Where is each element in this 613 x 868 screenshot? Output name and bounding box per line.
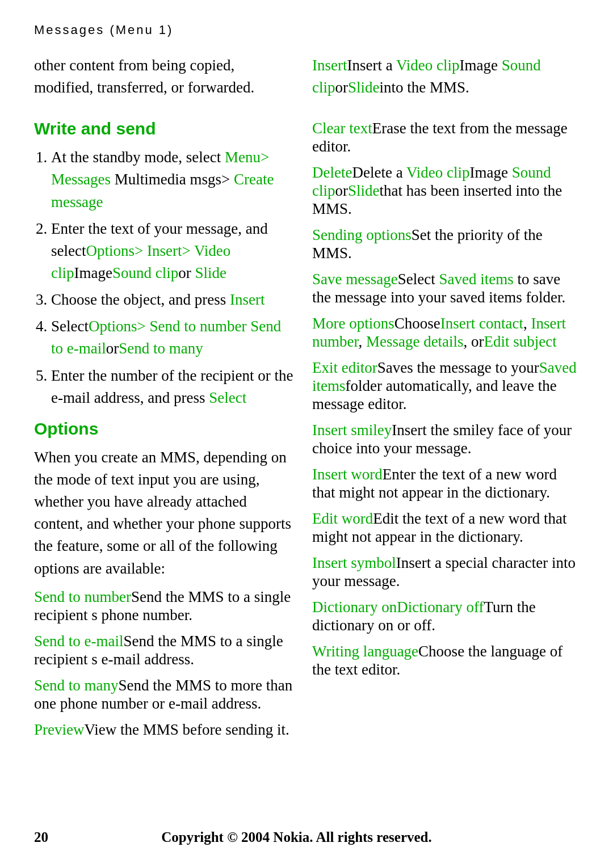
slide-label: Slide [348,79,380,96]
option-insert-word: Insert wordEnter the text of a new word … [312,465,579,502]
page: Messages (Menu 1) other content from bei… [0,0,613,868]
option-edit-word: Edit wordEdit the text of a new word tha… [312,509,579,546]
options-section: Options When you create an MMS, dependin… [34,419,295,739]
intro-left: other content from being copied, modifie… [34,54,295,99]
option-delete: DeleteDelete a Video clipImage Sound cli… [312,163,579,218]
option-send-to-number: Send to numberSend the MMS to a single r… [34,588,295,624]
slide2-label: Slide [195,264,226,281]
page-footer: 20 Copyright © 2004 Nokia. All rights re… [0,829,613,845]
steps-list: At the standby mode, select Menu> Messag… [51,146,295,409]
step-2: Enter the text of your message, and sele… [51,218,295,284]
sound-clip2-label: Sound clip [112,264,178,281]
option-more-options: More optionsChooseInsert contact, Insert… [312,314,579,351]
send-to-number-label: Send to number [149,318,246,335]
option-clear-text: Clear textErase the text from the messag… [312,119,579,155]
select-label: Select [209,389,246,406]
options2-label: Options> [89,318,150,335]
write-send-section: Write and send At the standby mode, sele… [34,119,295,409]
step-1: At the standby mode, select Menu> Messag… [51,146,295,213]
step-3: Choose the object, and press Insert [51,289,295,311]
option-send-to-email: Send to e-mailSend the MMS to a single r… [34,632,295,668]
right-column: Clear textErase the text from the messag… [306,119,579,746]
option-preview: PreviewView the MMS before sending it. [34,720,295,739]
option-writing-language: Writing languageChoose the language of t… [312,642,579,679]
page-number: 20 [34,829,48,845]
step-5: Enter the number of the recipient or the… [51,365,295,409]
left-column: Write and send At the standby mode, sele… [34,119,306,746]
send-to-many-label: Send to many [119,340,203,357]
copyright-text: Copyright © 2004 Nokia. All rights reser… [161,829,432,845]
insert-action-label: Insert [230,291,264,308]
option-exit-editor: Exit editorSaves the message to yourSave… [312,359,579,413]
options-insert-label: Options> Insert> [86,242,190,259]
option-insert-symbol: Insert symbolInsert a special character … [312,554,579,590]
video-clip-label: Video clip [396,57,460,74]
options-intro: When you create an MMS, depending on the… [34,446,295,580]
step-4: SelectOptions> Send to number Send to e-… [51,315,295,360]
option-sending-options: Sending optionsSet the priority of the M… [312,226,579,262]
options-title: Options [34,419,295,439]
option-save-message: Save messageSelect Saved items to save t… [312,270,579,306]
option-dictionary: Dictionary onDictionary offTurn the dict… [312,598,579,634]
intro-right: InsertInsert a Video clipImage Sound cli… [312,54,579,99]
option-insert-smiley: Insert smileyInsert the smiley face of y… [312,421,579,457]
write-send-title: Write and send [34,119,295,138]
insert-label: Insert [312,57,347,74]
option-send-to-many: Send to manySend the MMS to more than on… [34,676,295,713]
header-text: Messages (Menu 1) [34,23,173,37]
page-header: Messages (Menu 1) [34,23,579,37]
